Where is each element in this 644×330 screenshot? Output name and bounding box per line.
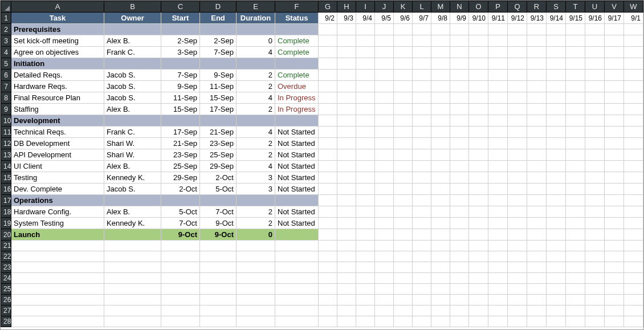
- cell[interactable]: [11, 251, 104, 262]
- cell[interactable]: [624, 70, 643, 81]
- cell[interactable]: [527, 229, 547, 241]
- cell[interactable]: [605, 35, 624, 47]
- task-end[interactable]: 9-Sep: [200, 70, 237, 81]
- cell[interactable]: [508, 149, 527, 161]
- cell[interactable]: [413, 184, 431, 195]
- cell[interactable]: [375, 206, 394, 218]
- cell[interactable]: [375, 262, 394, 273]
- task-start[interactable]: 9-Sep: [161, 81, 200, 92]
- cell[interactable]: 9-Oct: [200, 229, 237, 241]
- cell[interactable]: [375, 115, 394, 127]
- cell[interactable]: [450, 161, 469, 172]
- cell[interactable]: [431, 149, 450, 161]
- cell[interactable]: [566, 172, 585, 184]
- cell[interactable]: [431, 218, 450, 229]
- cell[interactable]: [508, 24, 527, 35]
- cell[interactable]: [200, 251, 237, 262]
- cell[interactable]: [469, 127, 488, 138]
- cell[interactable]: [200, 115, 237, 127]
- cell[interactable]: [585, 149, 605, 161]
- row-header[interactable]: 27: [1, 305, 11, 316]
- cell[interactable]: [605, 184, 624, 195]
- cell[interactable]: [605, 229, 624, 241]
- cell[interactable]: [431, 251, 450, 262]
- cell[interactable]: [566, 81, 585, 92]
- cell[interactable]: [237, 295, 275, 305]
- cell[interactable]: [547, 58, 566, 70]
- cell[interactable]: [104, 115, 161, 127]
- task-owner[interactable]: Shari W.: [104, 138, 161, 149]
- launch-label[interactable]: Launch: [11, 229, 104, 241]
- cell[interactable]: [488, 316, 508, 327]
- cell[interactable]: [431, 316, 450, 327]
- cell[interactable]: [450, 70, 469, 81]
- task-name[interactable]: Detailed Reqs.: [11, 70, 104, 81]
- task-name[interactable]: Testing: [11, 172, 104, 184]
- cell[interactable]: [585, 184, 605, 195]
- task-end[interactable]: 5-Oct: [200, 184, 237, 195]
- row-header[interactable]: 19: [1, 218, 11, 229]
- cell[interactable]: [413, 241, 431, 251]
- cell[interactable]: [508, 138, 527, 149]
- cell[interactable]: [161, 58, 200, 70]
- cell[interactable]: [356, 92, 375, 104]
- cell[interactable]: [413, 295, 431, 305]
- cell[interactable]: [104, 251, 161, 262]
- cell[interactable]: [319, 262, 337, 273]
- cell[interactable]: [605, 81, 624, 92]
- cell[interactable]: [413, 172, 431, 184]
- row-header[interactable]: 8: [1, 92, 11, 104]
- cell[interactable]: [469, 316, 488, 327]
- header-date[interactable]: 9/3: [337, 13, 356, 24]
- cell[interactable]: [605, 104, 624, 115]
- cell[interactable]: [527, 81, 547, 92]
- row-header[interactable]: 1: [1, 13, 11, 24]
- cell[interactable]: [413, 47, 431, 58]
- cell[interactable]: [527, 305, 547, 316]
- cell[interactable]: [413, 138, 431, 149]
- cell[interactable]: [161, 241, 200, 251]
- cell[interactable]: [527, 104, 547, 115]
- cell[interactable]: [337, 70, 356, 81]
- task-start[interactable]: 2-Sep: [161, 35, 200, 47]
- cell[interactable]: [237, 58, 275, 70]
- cell[interactable]: [450, 24, 469, 35]
- cell[interactable]: [450, 184, 469, 195]
- cell[interactable]: [585, 316, 605, 327]
- column-header[interactable]: V: [605, 1, 624, 13]
- cell[interactable]: [527, 273, 547, 284]
- task-start[interactable]: 2-Oct: [161, 184, 200, 195]
- cell[interactable]: [566, 127, 585, 138]
- cell[interactable]: [375, 24, 394, 35]
- row-header[interactable]: 22: [1, 251, 11, 262]
- cell[interactable]: [413, 305, 431, 316]
- task-name[interactable]: Technical Reqs.: [11, 127, 104, 138]
- cell[interactable]: [469, 47, 488, 58]
- row-header[interactable]: 25: [1, 284, 11, 295]
- cell[interactable]: [375, 70, 394, 81]
- row-header[interactable]: 14: [1, 161, 11, 172]
- cell[interactable]: [469, 184, 488, 195]
- cell[interactable]: [275, 24, 319, 35]
- header-status[interactable]: Status: [275, 13, 319, 24]
- task-status[interactable]: Complete: [275, 35, 319, 47]
- cell[interactable]: [375, 316, 394, 327]
- column-header[interactable]: H: [337, 1, 356, 13]
- cell[interactable]: [237, 251, 275, 262]
- cell[interactable]: [413, 115, 431, 127]
- cell[interactable]: [527, 172, 547, 184]
- cell[interactable]: [566, 138, 585, 149]
- cell[interactable]: [488, 58, 508, 70]
- task-name[interactable]: Final Resource Plan: [11, 92, 104, 104]
- cell[interactable]: [566, 229, 585, 241]
- cell[interactable]: [319, 184, 337, 195]
- cell[interactable]: [161, 262, 200, 273]
- cell[interactable]: [585, 218, 605, 229]
- cell[interactable]: [605, 295, 624, 305]
- cell[interactable]: [488, 127, 508, 138]
- cell[interactable]: [488, 218, 508, 229]
- cell[interactable]: [431, 295, 450, 305]
- task-start[interactable]: 7-Sep: [161, 70, 200, 81]
- cell[interactable]: [394, 70, 413, 81]
- cell[interactable]: [413, 24, 431, 35]
